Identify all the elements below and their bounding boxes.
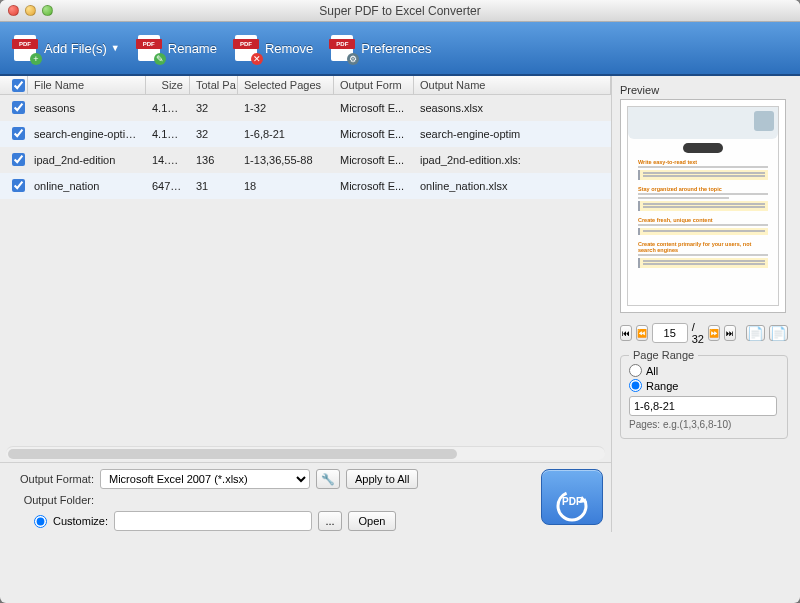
cell-outname: ipad_2nd-edition.xls: <box>414 154 611 166</box>
cell-total: 136 <box>190 154 238 166</box>
output-format-select[interactable]: Microsoft Excel 2007 (*.xlsx) <box>100 469 310 489</box>
cell-format: Microsoft E... <box>334 128 414 140</box>
cell-size: 4.12 MB <box>146 102 190 114</box>
page-nav: ⏮ ⏪ / 32 ⏩ ⏭ 📄 📄 <box>620 321 788 345</box>
open-button[interactable]: Open <box>348 511 396 531</box>
page-number-input[interactable] <box>652 323 688 343</box>
output-folder-label: Output Folder: <box>8 494 94 506</box>
page-total: / 32 <box>692 321 704 345</box>
cell-filename: online_nation <box>28 180 146 192</box>
next-page-button[interactable]: ⏩ <box>708 325 720 341</box>
bottom-panel: Output Format: Microsoft Excel 2007 (*.x… <box>0 462 611 532</box>
cell-format: Microsoft E... <box>334 102 414 114</box>
cell-size: 647.9... <box>146 180 190 192</box>
first-page-button[interactable]: ⏮ <box>620 325 632 341</box>
cell-selected: 1-6,8-21 <box>238 128 334 140</box>
settings-button[interactable]: 🔧 <box>316 469 340 489</box>
page-range-fieldset: Page Range All Range Pages: e.g.(1,3,6,8… <box>620 355 788 439</box>
right-pane: Preview Write easy-to-read text Stay org… <box>612 76 800 532</box>
table-row[interactable]: search-engine-optim...4.12 MB321-6,8-21M… <box>0 121 611 147</box>
row-checkbox[interactable] <box>12 101 25 114</box>
cell-size: 14.08... <box>146 154 190 166</box>
titlebar: Super PDF to Excel Converter <box>0 0 800 22</box>
page-in-icon: 📄 <box>770 326 787 341</box>
convert-pdf-icon: PDF <box>554 488 590 507</box>
col-check[interactable] <box>0 76 28 94</box>
cell-selected: 1-32 <box>238 102 334 114</box>
horizontal-scrollbar[interactable] <box>6 446 605 460</box>
table-header: File Name Size Total Pa Selected Pages O… <box>0 76 611 95</box>
table-row[interactable]: seasons4.12 MB321-32Microsoft E...season… <box>0 95 611 121</box>
preview-pill <box>683 143 723 153</box>
col-total[interactable]: Total Pa <box>190 76 238 94</box>
range-input[interactable] <box>629 396 777 416</box>
remove-button[interactable]: PDF✕ Remove <box>235 35 313 61</box>
file-table: File Name Size Total Pa Selected Pages O… <box>0 76 611 440</box>
pdf-remove-icon: PDF✕ <box>235 35 259 61</box>
row-checkbox[interactable] <box>12 153 25 166</box>
col-size[interactable]: Size <box>146 76 190 94</box>
app-window: Super PDF to Excel Converter PDF+ Add Fi… <box>0 0 800 603</box>
range-range-radio[interactable] <box>629 379 642 392</box>
cell-outname: search-engine-optim <box>414 128 611 140</box>
last-page-button[interactable]: ⏭ <box>724 325 736 341</box>
toolbar: PDF+ Add File(s) ▼ PDF✎ Rename PDF✕ Remo… <box>0 22 800 76</box>
customize-label: Customize: <box>53 515 108 527</box>
robot-icon <box>754 111 774 131</box>
col-outname[interactable]: Output Name <box>414 76 611 94</box>
pdf-add-icon: PDF+ <box>14 35 38 61</box>
pdf-preferences-icon: PDF⚙ <box>331 35 355 61</box>
cell-selected: 1-13,36,55-88 <box>238 154 334 166</box>
range-all-radio[interactable] <box>629 364 642 377</box>
customize-radio[interactable] <box>34 515 47 528</box>
col-filename[interactable]: File Name <box>28 76 146 94</box>
cell-outname: seasons.xlsx <box>414 102 611 114</box>
row-checkbox[interactable] <box>12 127 25 140</box>
prev-page-button[interactable]: ⏪ <box>636 325 648 341</box>
cell-total: 31 <box>190 180 238 192</box>
chevron-down-icon: ▼ <box>111 43 120 53</box>
cell-filename: seasons <box>28 102 146 114</box>
wrench-icon: 🔧 <box>321 473 335 486</box>
preview-page: Write easy-to-read text Stay organized a… <box>627 106 779 306</box>
rename-button[interactable]: PDF✎ Rename <box>138 35 217 61</box>
page-range-legend: Page Range <box>629 349 698 361</box>
cell-filename: ipad_2nd-edition <box>28 154 146 166</box>
row-checkbox[interactable] <box>12 179 25 192</box>
page-out-icon: 📄 <box>747 326 764 341</box>
cell-format: Microsoft E... <box>334 154 414 166</box>
cell-selected: 18 <box>238 180 334 192</box>
left-pane: File Name Size Total Pa Selected Pages O… <box>0 76 612 532</box>
add-files-button[interactable]: PDF+ Add File(s) ▼ <box>14 35 120 61</box>
range-hint: Pages: e.g.(1,3,6,8-10) <box>629 419 779 430</box>
table-body: seasons4.12 MB321-32Microsoft E...season… <box>0 95 611 199</box>
customize-path-input[interactable] <box>114 511 312 531</box>
cell-outname: online_nation.xlsx <box>414 180 611 192</box>
cell-filename: search-engine-optim... <box>28 128 146 140</box>
preview-box: Write easy-to-read text Stay organized a… <box>620 99 786 313</box>
cell-total: 32 <box>190 102 238 114</box>
convert-button[interactable]: PDF <box>541 469 603 525</box>
extract-pages-button[interactable]: 📄 <box>746 325 765 341</box>
table-row[interactable]: online_nation647.9...3118Microsoft E...o… <box>0 173 611 199</box>
cell-format: Microsoft E... <box>334 180 414 192</box>
pdf-rename-icon: PDF✎ <box>138 35 162 61</box>
select-all-checkbox[interactable] <box>12 79 25 92</box>
window-title: Super PDF to Excel Converter <box>0 4 800 18</box>
apply-to-all-button[interactable]: Apply to All <box>346 469 418 489</box>
cell-size: 4.12 MB <box>146 128 190 140</box>
col-selected[interactable]: Selected Pages <box>238 76 334 94</box>
cell-total: 32 <box>190 128 238 140</box>
col-format[interactable]: Output Form <box>334 76 414 94</box>
content-area: File Name Size Total Pa Selected Pages O… <box>0 76 800 532</box>
preferences-button[interactable]: PDF⚙ Preferences <box>331 35 431 61</box>
output-format-label: Output Format: <box>8 473 94 485</box>
table-row[interactable]: ipad_2nd-edition14.08...1361-13,36,55-88… <box>0 147 611 173</box>
preview-label: Preview <box>620 84 788 96</box>
browse-button[interactable]: ... <box>318 511 342 531</box>
insert-pages-button[interactable]: 📄 <box>769 325 788 341</box>
